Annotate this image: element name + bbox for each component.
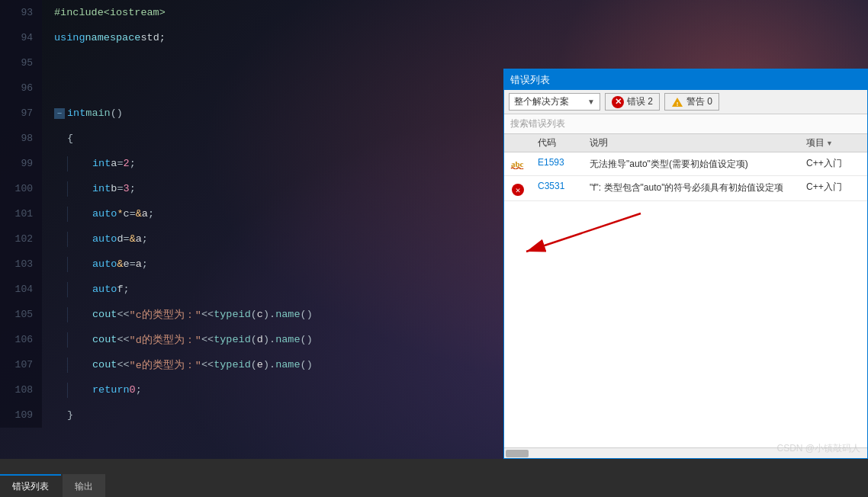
line-code: #include<iostream> bbox=[42, 0, 503, 25]
error-panel: 错误列表 整个解决方案 ▼ ✕ 错误 2 ! 警告 0 搜索错误列表 代码 bbox=[503, 69, 868, 459]
warning-triangle-icon: ! bbox=[671, 97, 683, 107]
line-code: auto d = &a; bbox=[42, 226, 503, 252]
tab-errors[interactable]: 错误列表 bbox=[0, 474, 61, 497]
bottom-tabs: 错误列表 输出 bbox=[0, 459, 868, 497]
line-number: 97 bbox=[0, 101, 42, 126]
line-number: 109 bbox=[0, 402, 42, 428]
table-row[interactable]: abc E1593 无法推导"auto"类型(需要初始值设定项) C++入门 bbox=[504, 152, 867, 176]
line-code: { bbox=[42, 126, 503, 151]
row2-code[interactable]: C3531 bbox=[532, 181, 585, 191]
line-number: 100 bbox=[0, 176, 42, 201]
error-circle-icon: ✕ bbox=[512, 184, 524, 196]
line-number: 105 bbox=[0, 302, 42, 327]
error-circle-icon: ✕ bbox=[612, 96, 624, 108]
line-number: 108 bbox=[0, 377, 42, 402]
scrollbar-thumb[interactable] bbox=[506, 450, 529, 457]
line-number: 93 bbox=[0, 0, 42, 25]
col-header-project[interactable]: 项目 ▼ bbox=[806, 136, 867, 149]
col-header-description[interactable]: 说明 bbox=[585, 136, 806, 149]
line-number: 99 bbox=[0, 151, 42, 176]
row1-icon: abc bbox=[504, 157, 532, 169]
error-table: 代码 说明 项目 ▼ abc E1593 无法推导"auto"类型(需要初始值设… bbox=[504, 134, 867, 447]
warning-count-badge[interactable]: ! 警告 0 bbox=[664, 93, 719, 111]
tab-output[interactable]: 输出 bbox=[63, 474, 105, 497]
chevron-down-icon: ▼ bbox=[581, 98, 595, 106]
line-number: 96 bbox=[0, 75, 42, 101]
scope-label: 整个解决方案 bbox=[514, 95, 569, 108]
line-number: 94 bbox=[0, 25, 42, 50]
error-table-header: 代码 说明 项目 ▼ bbox=[504, 134, 867, 152]
svg-text:abc: abc bbox=[511, 159, 524, 168]
line-code bbox=[42, 50, 503, 75]
row2-project: C++入门 bbox=[806, 181, 867, 194]
line-code bbox=[42, 75, 503, 101]
col-header-code[interactable]: 代码 bbox=[532, 136, 585, 149]
error-count-badge[interactable]: ✕ 错误 2 bbox=[605, 93, 660, 111]
line-number: 101 bbox=[0, 201, 42, 226]
line-number: 104 bbox=[0, 277, 42, 302]
line-code: − int main() bbox=[42, 101, 503, 126]
line-code: cout << "c的类型为：" << typeid(c).name() bbox=[42, 302, 503, 327]
line-number: 107 bbox=[0, 352, 42, 377]
line-number: 103 bbox=[0, 252, 42, 277]
sort-arrow-icon: ▼ bbox=[826, 139, 833, 147]
line-code: using namespace std; bbox=[42, 25, 503, 50]
line-code: cout << "d的类型为：" << typeid(d).name() bbox=[42, 327, 503, 352]
error-panel-toolbar: 整个解决方案 ▼ ✕ 错误 2 ! 警告 0 bbox=[504, 90, 867, 114]
line-number: 106 bbox=[0, 327, 42, 352]
line-number: 102 bbox=[0, 226, 42, 252]
watermark: CSDN @小镇敲码人 bbox=[776, 442, 860, 455]
warning-count-label: 警告 0 bbox=[686, 95, 712, 108]
svg-text:!: ! bbox=[677, 100, 679, 107]
line-code: return 0; bbox=[42, 377, 503, 402]
line-code: auto f; bbox=[42, 277, 503, 302]
fold-icon[interactable]: − bbox=[54, 108, 65, 119]
error-count-label: 错误 2 bbox=[627, 95, 653, 108]
line-code: cout << "e的类型为：" << typeid(e).name() bbox=[42, 352, 503, 377]
line-code: auto* c = &a; bbox=[42, 201, 503, 226]
search-box[interactable]: 搜索错误列表 bbox=[504, 114, 867, 134]
squiggle-icon: abc bbox=[510, 159, 526, 169]
row2-icon: ✕ bbox=[504, 181, 532, 196]
line-number: 95 bbox=[0, 50, 42, 75]
error-panel-title: 错误列表 bbox=[504, 70, 867, 90]
row1-code[interactable]: E1593 bbox=[532, 157, 585, 168]
table-row[interactable]: ✕ C3531 "f": 类型包含"auto"的符号必须具有初始值设定项 C++… bbox=[504, 176, 867, 201]
row1-description: 无法推导"auto"类型(需要初始值设定项) bbox=[585, 157, 806, 171]
line-code: auto& e = a; bbox=[42, 252, 503, 277]
line-code: int b = 3; bbox=[42, 176, 503, 201]
line-code: int a = 2; bbox=[42, 151, 503, 176]
row2-description: "f": 类型包含"auto"的符号必须具有初始值设定项 bbox=[585, 181, 806, 194]
row1-project: C++入门 bbox=[806, 157, 867, 170]
scope-dropdown[interactable]: 整个解决方案 ▼ bbox=[509, 93, 600, 111]
search-placeholder: 搜索错误列表 bbox=[510, 118, 565, 129]
line-number: 98 bbox=[0, 126, 42, 151]
line-code: } bbox=[42, 402, 503, 428]
code-editor: 93 #include<iostream> 94 using namespace… bbox=[0, 0, 503, 457]
